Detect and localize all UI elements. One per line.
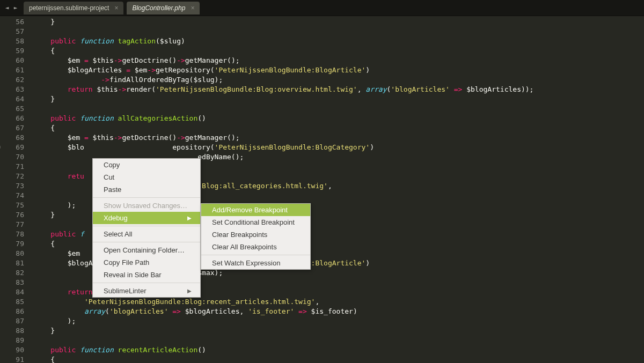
line-gutter: 5657585960616263646566676869707172737475… bbox=[0, 16, 30, 363]
code-line[interactable]: array('blogArticles' => $blogArticles, '… bbox=[34, 307, 644, 316]
code-line[interactable]: { bbox=[34, 123, 644, 133]
code-line[interactable]: public function recentArticleAction() bbox=[34, 345, 644, 355]
nav-forward-icon[interactable]: ► bbox=[12, 4, 19, 12]
code-line[interactable] bbox=[34, 27, 644, 36]
line-number[interactable]: 91 bbox=[3, 355, 24, 363]
close-icon[interactable]: × bbox=[114, 4, 118, 12]
line-number[interactable]: 89 bbox=[3, 336, 24, 345]
line-number[interactable]: 67 bbox=[3, 123, 24, 133]
code-line[interactable]: } bbox=[34, 326, 644, 336]
menu-separator bbox=[93, 197, 200, 198]
line-number[interactable]: 56 bbox=[3, 17, 24, 27]
menu-item-label: Copy bbox=[104, 161, 120, 169]
line-number[interactable]: 77 bbox=[3, 220, 24, 229]
line-number[interactable]: 79 bbox=[3, 239, 24, 249]
line-number[interactable]: 72 bbox=[3, 172, 24, 181]
submenu-item[interactable]: Clear Breakpoints bbox=[201, 228, 310, 241]
code-line[interactable]: } bbox=[34, 17, 644, 27]
line-number[interactable]: 66 bbox=[3, 114, 24, 123]
menu-item[interactable]: Copy bbox=[93, 159, 200, 171]
line-number[interactable]: 62 bbox=[3, 75, 24, 85]
line-number[interactable]: 73 bbox=[3, 181, 24, 191]
submenu-item-label: Clear All Breakpoints bbox=[212, 243, 277, 251]
tab-bar: ◄ ► peternijssen.sublime-project×BlogCon… bbox=[0, 0, 644, 16]
code-line[interactable]: return $this->render('PeterNijssenBlogBu… bbox=[34, 85, 644, 94]
submenu-item-label: Set Watch Expression bbox=[212, 259, 280, 267]
editor-area: 5657585960616263646566676869707172737475… bbox=[0, 16, 644, 363]
code-line[interactable]: 'PeterNijssenBlogBundle:Blog:recent_arti… bbox=[34, 297, 644, 307]
line-number[interactable]: 58 bbox=[3, 36, 24, 46]
menu-item[interactable]: Paste bbox=[93, 183, 200, 196]
menu-item-label: Paste bbox=[104, 186, 121, 194]
menu-separator bbox=[93, 242, 200, 242]
line-number[interactable]: 61 bbox=[3, 65, 24, 75]
code-line[interactable]: { bbox=[34, 355, 644, 363]
submenu-item[interactable]: Set Conditional Breakpoint bbox=[201, 216, 310, 228]
line-number[interactable]: 80 bbox=[3, 249, 24, 258]
line-number[interactable]: 84 bbox=[3, 287, 24, 297]
code-line[interactable]: ); bbox=[34, 316, 644, 326]
line-number[interactable]: 83 bbox=[3, 278, 24, 287]
tab-0[interactable]: peternijssen.sublime-project× bbox=[24, 2, 123, 14]
menu-item-label: Copy File Path bbox=[104, 258, 149, 266]
menu-separator bbox=[93, 283, 200, 283]
menu-item[interactable]: Select All bbox=[93, 228, 200, 240]
code-line[interactable] bbox=[34, 336, 644, 345]
line-number[interactable]: 87 bbox=[3, 316, 24, 326]
line-number[interactable]: 88 bbox=[3, 326, 24, 336]
line-number[interactable]: 76 bbox=[3, 210, 24, 220]
chevron-right-icon: ▶ bbox=[187, 215, 192, 221]
menu-item[interactable]: SublimeLinter▶ bbox=[93, 285, 200, 297]
code-line[interactable]: public function allCategoriesAction() bbox=[34, 114, 644, 123]
line-number[interactable]: 65 bbox=[3, 104, 24, 114]
line-number[interactable]: 74 bbox=[3, 191, 24, 201]
code-line[interactable]: ->findAllOrderedByTag($slug); bbox=[34, 75, 644, 85]
submenu-item[interactable]: Add/Remove Breakpoint bbox=[201, 204, 310, 216]
line-number[interactable]: 59 bbox=[3, 46, 24, 56]
line-number[interactable]: 82 bbox=[3, 268, 24, 278]
menu-item[interactable]: Open Containing Folder… bbox=[93, 244, 200, 256]
line-number[interactable]: 60 bbox=[3, 56, 24, 65]
line-number[interactable]: 85 bbox=[3, 297, 24, 307]
line-number[interactable]: 81 bbox=[3, 258, 24, 268]
line-number[interactable]: 63 bbox=[3, 85, 24, 94]
line-number[interactable]: 57 bbox=[3, 27, 24, 36]
menu-item: Show Unsaved Changes… bbox=[93, 199, 200, 212]
menu-item[interactable]: Reveal in Side Bar bbox=[93, 269, 200, 281]
code-line[interactable]: } bbox=[34, 94, 644, 104]
close-icon[interactable]: × bbox=[191, 4, 194, 12]
code-line[interactable] bbox=[34, 104, 644, 114]
code-line[interactable]: $blo epository('PeterNijssenBlogBundle:B… bbox=[34, 143, 644, 152]
code-line[interactable]: $em = $this->getDoctrine()->getManager()… bbox=[34, 56, 644, 65]
tab-label: peternijssen.sublime-project bbox=[29, 4, 109, 12]
line-number[interactable]: 70 bbox=[3, 152, 24, 162]
submenu-item[interactable]: Set Watch Expression bbox=[201, 257, 310, 269]
line-number[interactable]: 75 bbox=[3, 201, 24, 210]
line-number[interactable]: 86 bbox=[3, 307, 24, 316]
line-number[interactable]: 71 bbox=[3, 162, 24, 172]
submenu-item-label: Clear Breakpoints bbox=[212, 231, 267, 239]
tab-label: BlogController.php bbox=[132, 4, 185, 12]
line-number[interactable]: 64 bbox=[3, 94, 24, 104]
xdebug-submenu: Add/Remove BreakpointSet Conditional Bre… bbox=[201, 203, 311, 270]
code-line[interactable]: $em = $this->getDoctrine()->getManager()… bbox=[34, 133, 644, 143]
code-line[interactable]: public function tagAction($slug) bbox=[34, 36, 644, 46]
nav-arrows: ◄ ► bbox=[3, 4, 19, 12]
tab-1[interactable]: BlogController.php× bbox=[127, 2, 200, 14]
menu-item[interactable]: Copy File Path bbox=[93, 256, 200, 269]
submenu-item-label: Add/Remove Breakpoint bbox=[212, 206, 288, 214]
line-number[interactable]: 90 bbox=[3, 345, 24, 355]
line-number[interactable]: 78 bbox=[3, 229, 24, 239]
menu-item-label: Select All bbox=[104, 230, 132, 238]
code-line[interactable]: $blogArticles = $em->getRepository('Pete… bbox=[34, 65, 644, 75]
line-number[interactable]: 68 bbox=[3, 133, 24, 143]
nav-back-icon[interactable]: ◄ bbox=[3, 4, 11, 12]
submenu-item[interactable]: Clear All Breakpoints bbox=[201, 241, 310, 253]
menu-item[interactable]: Xdebug▶ bbox=[93, 212, 200, 224]
menu-item[interactable]: Cut bbox=[93, 171, 200, 183]
line-number[interactable]: 69 bbox=[3, 143, 24, 152]
context-menu: CopyCutPasteShow Unsaved Changes…Xdebug▶… bbox=[92, 158, 201, 298]
menu-separator bbox=[201, 255, 310, 255]
menu-item-label: SublimeLinter bbox=[104, 287, 147, 295]
code-line[interactable]: { bbox=[34, 46, 644, 56]
